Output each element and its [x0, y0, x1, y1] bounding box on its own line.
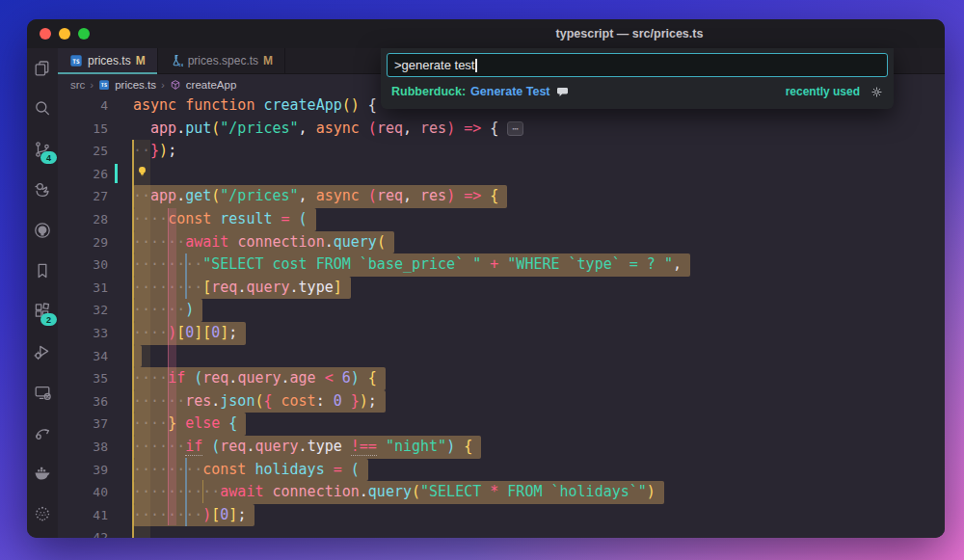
breadcrumb-item-src[interactable]: src	[70, 79, 85, 91]
selected-code-text	[133, 345, 142, 368]
selected-code-text: ······res.json({ cost: 0 });	[133, 390, 386, 413]
code-line-25[interactable]: 25··});	[58, 140, 945, 163]
command-palette: >generate test Rubberduck: Generate Test…	[381, 48, 894, 109]
activity-item-source-control[interactable]: 4	[27, 129, 58, 170]
command-result-row[interactable]: Rubberduck: Generate Test recently used	[387, 80, 888, 103]
command-input[interactable]: >generate test	[387, 53, 888, 77]
selected-code-text: ········)[0];	[133, 504, 254, 527]
line-number: 4	[58, 94, 108, 118]
activity-item-remote-explorer[interactable]	[27, 372, 58, 413]
code-line-35[interactable]: 35····if (req.query.age < 6) {	[58, 367, 945, 390]
tab-label: prices.ts	[88, 54, 131, 67]
code-line-27[interactable]: 27··app.get("/prices", async (req, res) …	[58, 185, 945, 208]
activity-item-explorer[interactable]	[27, 48, 58, 89]
code-line-42[interactable]: 42	[58, 526, 945, 538]
gear-icon[interactable]	[870, 86, 883, 98]
close-button[interactable]	[40, 28, 51, 40]
line-number: 30	[58, 253, 108, 277]
code-line-37[interactable]: 37····} else {	[58, 413, 945, 436]
window-title: typescript — src/prices.ts	[171, 27, 945, 40]
line-number: 15	[58, 118, 108, 141]
bookmarks-icon	[33, 261, 52, 280]
line-number: 36	[58, 390, 108, 413]
selected-code-text: ··········await connection.query("SELECT…	[133, 481, 664, 504]
breadcrumb-item-file[interactable]: prices.ts	[115, 79, 156, 91]
comment-bubble-icon	[556, 86, 569, 98]
activity-item-live-share[interactable]	[27, 413, 58, 453]
vscode-window: typescript — src/prices.ts 42 TSprices.t…	[27, 19, 945, 538]
symbol-cube-icon	[170, 79, 181, 91]
code-line-28[interactable]: 28····const result = (	[58, 208, 945, 231]
code-editor[interactable]: 4async function createApp() {15 app.put(…	[58, 94, 945, 538]
code-line-41[interactable]: 41········)[0];	[58, 504, 945, 527]
line-number: 28	[58, 208, 108, 231]
code-line-29[interactable]: 29······await connection.query(	[58, 231, 945, 254]
line-number: 34	[58, 345, 108, 368]
title-bar: typescript — src/prices.ts	[27, 19, 945, 48]
selected-code-text: ··app.get("/prices", async (req, res) =>…	[133, 185, 507, 208]
code-line-30[interactable]: 30········"SELECT cost FROM `base_price`…	[58, 253, 945, 277]
line-number: 26	[58, 163, 108, 186]
activity-item-rubberduck[interactable]	[27, 170, 58, 210]
line-number: 31	[58, 277, 108, 300]
code-line-26[interactable]: 26	[58, 163, 945, 186]
test-file-icon: ts	[170, 54, 183, 67]
selected-code-text: ····const result = (	[133, 208, 316, 231]
code-line-38[interactable]: 38······if (req.query.type !== "night") …	[58, 436, 945, 459]
activity-item-test-dots[interactable]	[27, 493, 58, 534]
explorer-icon	[33, 59, 52, 78]
breadcrumb-item-symbol[interactable]: createApp	[186, 79, 236, 91]
selected-code-text: ······)	[133, 299, 202, 322]
activity-bar: 42	[27, 48, 58, 538]
code-text: async function createApp() {	[133, 94, 377, 118]
line-number: 42	[58, 526, 108, 538]
code-line-31[interactable]: 31········[req.query.type]	[58, 277, 945, 300]
rubberduck-icon	[33, 180, 52, 200]
selected-code-text: ········const holidays = (	[133, 459, 368, 482]
line-number: 29	[58, 231, 108, 254]
live-share-icon	[33, 423, 52, 442]
breadcrumb-separator: ›	[161, 79, 165, 91]
docker-icon	[33, 464, 52, 483]
line-number: 25	[58, 140, 108, 163]
code-line-40[interactable]: 40··········await connection.query("SELE…	[58, 481, 945, 504]
code-line-33[interactable]: 33····)[0][0];	[58, 322, 945, 345]
code-line-15[interactable]: 15 app.put("/prices", async (req, res) =…	[58, 118, 945, 141]
line-number: 33	[58, 322, 108, 345]
zoom-button[interactable]	[78, 28, 90, 40]
modified-indicator: M	[136, 54, 146, 67]
tab-prices.spec.ts[interactable]: tsprices.spec.tsM	[158, 48, 285, 73]
code-line-32[interactable]: 32······)	[58, 299, 945, 322]
remote-explorer-icon	[33, 383, 52, 402]
line-number: 32	[58, 299, 108, 322]
tab-prices.ts[interactable]: TSprices.tsM	[58, 48, 158, 73]
command-input-value: >generate test	[394, 58, 474, 72]
input-caret	[475, 59, 477, 72]
tab-label: prices.spec.ts	[188, 54, 258, 67]
typescript-file-icon: TS	[98, 79, 110, 91]
svg-text:TS: TS	[101, 82, 107, 88]
activity-item-docker[interactable]	[27, 453, 58, 493]
activity-item-bookmarks[interactable]	[27, 251, 58, 291]
result-match: Generate Test	[470, 85, 549, 98]
breadcrumb-separator: ›	[90, 79, 94, 91]
line-number: 39	[58, 459, 108, 482]
run-debug-icon	[33, 342, 52, 361]
code-line-34[interactable]: 34	[58, 345, 945, 368]
test-dots-icon	[33, 504, 52, 523]
modified-indicator: M	[263, 54, 273, 67]
traffic-lights	[27, 28, 90, 40]
code-line-36[interactable]: 36······res.json({ cost: 0 });	[58, 390, 945, 413]
typescript-file-icon: TS	[69, 54, 83, 67]
activity-item-extensions[interactable]: 2	[27, 291, 58, 332]
code-text: ··});	[133, 140, 176, 163]
recently-used-label: recently used	[786, 85, 860, 98]
activity-item-github[interactable]	[27, 210, 58, 251]
selected-code-text: ····} else {	[133, 413, 246, 436]
activity-item-run-debug[interactable]	[27, 332, 58, 372]
minimize-button[interactable]	[59, 28, 70, 40]
activity-item-search[interactable]	[27, 89, 58, 129]
selected-code-text: ········[req.query.type]	[133, 277, 351, 300]
editor-group: TSprices.tsMtsprices.spec.tsM src › TS p…	[58, 48, 945, 538]
code-line-39[interactable]: 39········const holidays = (	[58, 459, 945, 482]
